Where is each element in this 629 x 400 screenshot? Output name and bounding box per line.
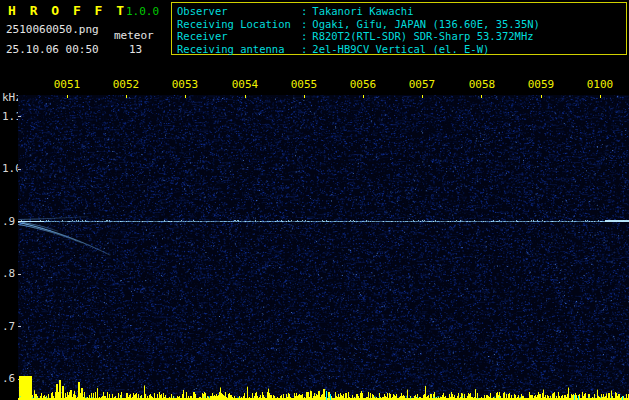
info-value: Ogaki, Gifu, JAPAN (136.60E, 35.35N)	[312, 18, 540, 30]
info-row-location: Receiving Location:Ogaki, Gifu, JAPAN (1…	[177, 18, 626, 31]
info-separator: :	[301, 18, 307, 30]
spectrogram-canvas	[18, 95, 629, 400]
info-separator: :	[301, 43, 307, 55]
x-tick-label: 0056	[346, 78, 380, 91]
hrofft-window: H R O F F T 1.0.0 2510060050.png meteor …	[0, 0, 629, 400]
x-tick-label: 0052	[109, 78, 143, 91]
echo-count: 13	[129, 43, 142, 56]
info-row-observer: Observer:Takanori Kawachi	[177, 5, 626, 18]
info-row-antenna: Receiving antenna:2el-HB9CV Vertical (el…	[177, 43, 626, 56]
observer-info-panel: Observer:Takanori Kawachi Receiving Loca…	[171, 2, 627, 55]
x-tick-label: 0055	[287, 78, 321, 91]
info-label: Receiver	[177, 30, 301, 42]
timestamp: 25.10.06 00:50	[6, 43, 99, 56]
x-tick-label: 0053	[168, 78, 202, 91]
x-tick-label: 0054	[228, 78, 262, 91]
output-filename: 2510060050.png	[6, 23, 99, 36]
x-tick-label: 0100	[583, 78, 617, 91]
info-separator: :	[301, 30, 307, 42]
info-label: Receiving antenna	[177, 43, 301, 55]
x-tick-label: 0057	[405, 78, 439, 91]
x-tick-label: 0051	[50, 78, 84, 91]
info-separator: :	[301, 5, 307, 17]
app-title: H R O F F T	[8, 3, 127, 18]
info-value: R820T2(RTL-SDR) SDR-Sharp 53.372MHz	[312, 30, 533, 42]
info-value: 2el-HB9CV Vertical (el. E-W)	[312, 43, 489, 55]
info-value: Takanori Kawachi	[312, 5, 413, 17]
info-label: Observer	[177, 5, 301, 17]
x-tick-label: 0058	[465, 78, 499, 91]
info-label: Receiving Location	[177, 18, 301, 30]
x-tick-label: 0059	[524, 78, 558, 91]
app-version: 1.0.0	[126, 5, 159, 18]
info-row-receiver: Receiver:R820T2(RTL-SDR) SDR-Sharp 53.37…	[177, 30, 626, 43]
mode-label: meteor	[114, 29, 154, 42]
